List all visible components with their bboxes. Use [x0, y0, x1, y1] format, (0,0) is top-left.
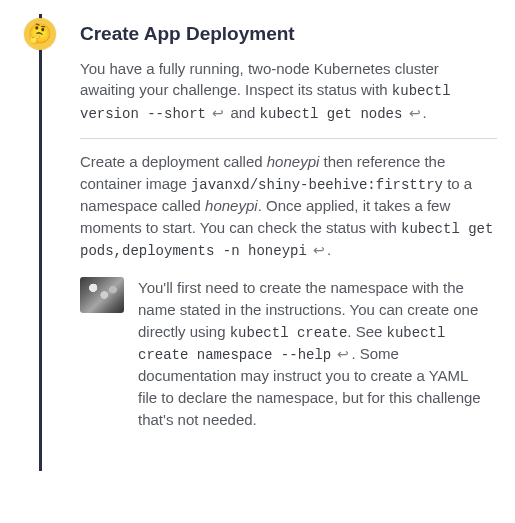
- step-content: Create App Deployment You have a fully r…: [58, 14, 497, 431]
- cmd-get-nodes: kubectl get nodes: [260, 106, 403, 122]
- intro-text-b: and: [230, 104, 259, 121]
- hint-text: You'll first need to create the namespac…: [138, 277, 491, 430]
- task-em2: honeypi: [205, 197, 258, 214]
- return-icon: ↩: [407, 105, 423, 121]
- return-icon: ↩: [335, 346, 351, 362]
- intro-text-a: You have a fully running, two-node Kuber…: [80, 60, 439, 99]
- cmd-create: kubectl create: [230, 325, 348, 341]
- task-em1: honeypi: [267, 153, 320, 170]
- cmd-image: javanxd/shiny-beehive:firsttry: [191, 177, 443, 193]
- task-paragraph: Create a deployment called honeypi then …: [80, 151, 497, 261]
- timeline-rail: 🤔: [20, 14, 58, 431]
- return-icon: ↩: [210, 105, 226, 121]
- return-icon: ↩: [311, 242, 327, 258]
- intro-text-c: .: [423, 104, 427, 121]
- intro-paragraph: You have a fully running, two-node Kuber…: [80, 58, 497, 124]
- timeline-line: [39, 14, 42, 471]
- leopard-avatar-icon: [80, 277, 124, 313]
- thinking-emoji-icon: 🤔: [28, 20, 52, 48]
- divider: [80, 138, 497, 139]
- step-title: Create App Deployment: [80, 20, 497, 48]
- task-text-e: .: [327, 241, 331, 258]
- lesson-step: 🤔 Create App Deployment You have a fully…: [0, 0, 515, 471]
- step-badge: 🤔: [24, 18, 56, 50]
- task-text-a: Create a deployment called: [80, 153, 267, 170]
- hint-box: You'll first need to create the namespac…: [80, 277, 497, 430]
- hint-text-b: . See: [347, 323, 386, 340]
